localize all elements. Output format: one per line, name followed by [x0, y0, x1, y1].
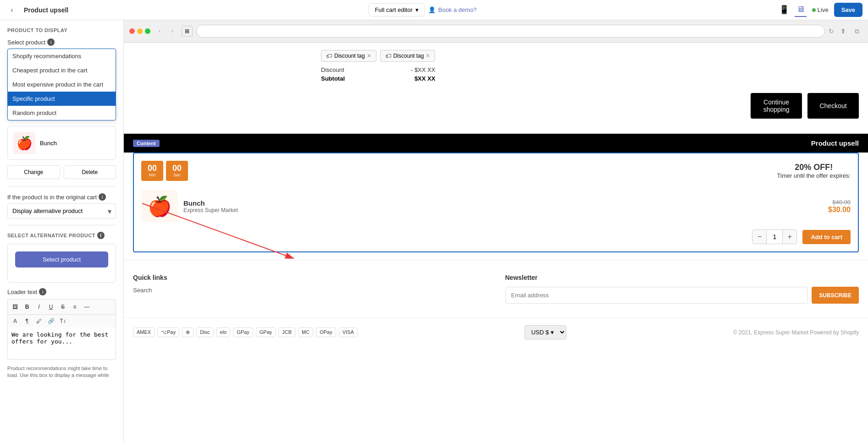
upsell-product-name: Bunch [183, 199, 823, 207]
email-row: SUBSCRIBE [505, 287, 859, 304]
tag-close-2[interactable]: ✕ [426, 53, 430, 59]
top-bar-center: Full cart editor ▾ 👤 Book a demo? [369, 3, 476, 16]
ink-btn[interactable]: 🖊 [33, 316, 44, 327]
content-badge: Content [133, 140, 160, 147]
main-layout: PRODUCT TO DISPLAY Select product i Shop… [0, 20, 868, 442]
cart-section: 🏷 Discount tag ✕ 🏷 Discount tag ✕ [124, 43, 868, 134]
live-dot [812, 8, 816, 12]
offer-subtitle: Timer until the offer expires: [777, 172, 851, 179]
product-dropdown[interactable]: Shopify recommendations Cheapest product… [7, 49, 116, 120]
share-icon[interactable]: ⬆ [838, 26, 849, 37]
payment-icons: AMEX ⌥Pay ⊗ Disc elo GPay GPay JCB MC OP… [133, 327, 358, 337]
link-btn[interactable]: 🔗 [45, 316, 56, 327]
select-alt-product-container: Select product [7, 244, 116, 283]
pay-visa: VISA [339, 327, 358, 337]
timer-sec-box: 00 Sec [166, 161, 188, 181]
pay-jcb: JCB [278, 327, 295, 337]
strike-toolbar-btn[interactable]: S [57, 301, 68, 312]
dropdown-item-specific[interactable]: Specific product [8, 92, 116, 106]
alt-product-dropdown[interactable]: Display alternative product [7, 203, 116, 218]
bold-toolbar-btn[interactable]: B [22, 301, 33, 312]
font-color-btn[interactable]: A [10, 316, 21, 327]
quick-links: Quick links Search [133, 274, 487, 304]
subscribe-btn[interactable]: SUBSCRIBE [812, 287, 859, 304]
pay-gpay: GPay [233, 327, 253, 337]
sale-price: $30.00 [828, 206, 851, 214]
loader-info-icon[interactable]: i [39, 288, 46, 295]
delete-button[interactable]: Delete [64, 165, 116, 179]
mobile-icon[interactable]: 📱 [777, 3, 791, 17]
pay-mc: MC [298, 327, 313, 337]
upsell-product-image: 🍎 [141, 190, 178, 222]
footer-currency: USD $ ▾ [525, 325, 566, 339]
paragraph-btn[interactable]: ¶ [22, 316, 33, 327]
browser-content-wrap: 🏷 Discount tag ✕ 🏷 Discount tag ✕ [124, 43, 868, 442]
dropdown-item-cheapest[interactable]: Cheapest product in the cart [8, 63, 116, 77]
dropdown-item-random[interactable]: Random product [8, 106, 116, 120]
tab-btn[interactable]: ⊞ [182, 26, 193, 37]
product-name: Bunch [40, 140, 57, 147]
product-to-display-title: PRODUCT TO DISPLAY [7, 27, 116, 33]
select-alt-product-button[interactable]: Select product [15, 251, 108, 267]
dropdown-item-expensive[interactable]: Most expensive product in the cart [8, 77, 116, 92]
subtotal-row: Subtotal $XX XX [321, 75, 435, 82]
footer-content: Quick links Search Newsletter SUBSCRIBE [124, 260, 868, 317]
quantity-control: − 1 + [752, 229, 797, 244]
add-to-cart-btn[interactable]: Add to cart [802, 230, 851, 244]
close-dot[interactable] [129, 28, 135, 34]
cart-buttons: Continue shopping Checkout [751, 93, 859, 119]
browser-dots [129, 28, 150, 34]
if-product-info-icon[interactable]: i [99, 193, 106, 201]
select-product-info-icon[interactable]: i [47, 38, 55, 46]
qty-decrease-btn[interactable]: − [752, 230, 766, 244]
pay-diners: ⊗ [182, 327, 194, 337]
timer-min-box: 00 Min [141, 161, 163, 181]
minimize-dot[interactable] [137, 28, 143, 34]
checkout-btn[interactable]: Checkout [807, 93, 859, 119]
live-indicator: Live [812, 6, 829, 13]
font-size-btn[interactable]: T↕ [57, 316, 68, 327]
email-input[interactable] [505, 287, 808, 304]
product-actions: Change Delete [7, 165, 116, 179]
upsell-pricing: $40.00 $30.00 [828, 199, 851, 214]
person-icon: 👤 [428, 6, 436, 13]
original-price: $40.00 [828, 199, 851, 206]
loader-text-label: Loader text i [7, 288, 116, 295]
divider-2 [7, 225, 116, 225]
book-demo-link[interactable]: 👤 Book a demo? [428, 6, 477, 13]
change-button[interactable]: Change [7, 165, 60, 179]
underline-toolbar-btn[interactable]: U [45, 301, 56, 312]
refresh-btn[interactable]: ↻ [829, 27, 834, 35]
continue-shopping-btn[interactable]: Continue shopping [751, 93, 802, 119]
italic-toolbar-btn[interactable]: I [33, 301, 44, 312]
upsell-product-market: Express Super Market [183, 207, 823, 213]
forward-nav-btn[interactable]: › [167, 26, 178, 37]
qty-increase-btn[interactable]: + [783, 230, 796, 244]
dropdown-item-shopify[interactable]: Shopify recommendations [8, 49, 116, 63]
device-icons: 📱 🖥 [777, 3, 807, 17]
loader-text-input[interactable]: We are looking for the best offers for y… [7, 327, 116, 360]
url-bar[interactable] [196, 25, 825, 38]
save-button[interactable]: Save [834, 3, 862, 17]
align-toolbar-btn[interactable]: ≡ [69, 301, 80, 312]
browser-nav: ‹ › [154, 26, 178, 37]
discount-tags-area: 🏷 Discount tag ✕ 🏷 Discount tag ✕ [321, 50, 435, 88]
alt-title-info-icon[interactable]: i [97, 232, 105, 239]
desktop-icon[interactable]: 🖥 [795, 3, 807, 17]
product-thumbnail: 🍎 [13, 132, 35, 154]
copy-icon[interactable]: ⧉ [851, 26, 862, 37]
currency-select[interactable]: USD $ ▾ [525, 325, 566, 339]
pay-elo: elo [216, 327, 231, 337]
dash-toolbar-btn[interactable]: — [81, 301, 92, 312]
alt-select-input[interactable]: Display alternative product [7, 203, 116, 218]
back-nav-btn[interactable]: ‹ [154, 26, 165, 37]
if-product-label: If the product is in the original cart i [7, 193, 116, 201]
search-link[interactable]: Search [133, 287, 487, 294]
discount-tags: 🏷 Discount tag ✕ 🏷 Discount tag ✕ [321, 50, 435, 62]
editor-dropdown[interactable]: Full cart editor ▾ [369, 3, 424, 16]
tag-close-1[interactable]: ✕ [367, 53, 371, 59]
image-toolbar-btn[interactable]: 🖼 [10, 301, 21, 312]
back-button[interactable]: ‹ [6, 4, 18, 16]
maximize-dot[interactable] [145, 28, 150, 34]
discount-tag-1: 🏷 Discount tag ✕ [321, 50, 376, 62]
